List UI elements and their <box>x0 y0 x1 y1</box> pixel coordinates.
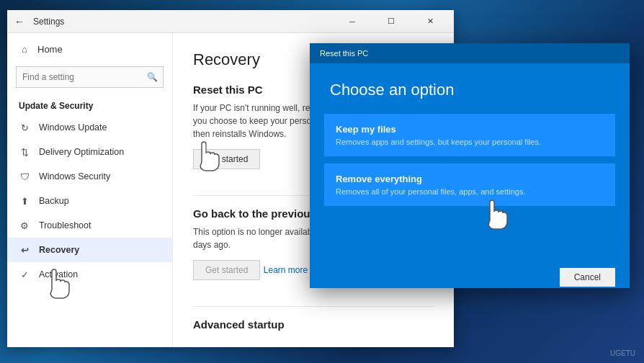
delivery-optimization-icon: ⇅ <box>19 146 30 158</box>
reset-get-started-button[interactable]: Get started <box>193 149 260 169</box>
keep-files-desc: Removes apps and settings, but keeps you… <box>336 138 604 146</box>
sidebar-item-label: Backup <box>39 196 69 206</box>
back-button[interactable]: ← <box>14 16 24 27</box>
title-bar: ← Settings ─ ☐ ✕ <box>7 10 454 33</box>
sidebar-item-label: Activation <box>39 269 78 279</box>
activation-icon: ✓ <box>19 269 30 280</box>
dialog-cancel-button[interactable]: Cancel <box>560 268 615 287</box>
close-button[interactable]: ✕ <box>413 10 447 33</box>
dialog-header: Reset this PC <box>310 43 630 63</box>
sidebar: ⌂ Home 🔍 Update & Security ↻ Windows Upd… <box>7 33 173 347</box>
dialog-main-title: Choose an option <box>310 63 630 114</box>
goback-get-started-button[interactable]: Get started <box>193 260 260 280</box>
windows-security-icon: 🛡 <box>19 171 30 182</box>
sidebar-item-label: Windows Update <box>39 122 107 133</box>
home-icon: ⌂ <box>19 43 30 55</box>
cursor-hand-3 <box>475 192 644 238</box>
sidebar-item-recovery[interactable]: ↩ Recovery <box>7 238 172 262</box>
remove-everything-title: Remove everything <box>336 174 604 184</box>
sidebar-search-container: 🔍 <box>16 66 164 88</box>
section-divider-2 <box>193 306 434 307</box>
window-title: Settings <box>33 17 336 27</box>
watermark: UGETU <box>610 349 635 357</box>
sidebar-section-title: Update & Security <box>7 95 172 115</box>
windows-update-icon: ↻ <box>19 122 30 133</box>
sidebar-item-delivery-optimization[interactable]: ⇅ Delivery Optimization <box>7 140 172 164</box>
home-label: Home <box>37 44 63 55</box>
minimize-button[interactable]: ─ <box>336 10 369 33</box>
keep-files-title: Keep my files <box>336 124 604 135</box>
sidebar-item-troubleshoot[interactable]: ⚙ Troubleshoot <box>7 213 172 238</box>
advanced-section-title: Advanced startup <box>193 318 434 331</box>
sidebar-item-label: Troubleshoot <box>39 220 91 230</box>
sidebar-item-activation[interactable]: ✓ Activation <box>7 262 172 287</box>
backup-icon: ⬆ <box>19 195 30 207</box>
sidebar-item-windows-security[interactable]: 🛡 Windows Security <box>7 164 172 189</box>
reset-dialog: Reset this PC Choose an option Keep my f… <box>310 43 630 288</box>
sidebar-item-label: Windows Security <box>39 171 110 182</box>
learn-more-link[interactable]: Learn more <box>264 265 308 275</box>
keep-files-option[interactable]: Keep my files Removes apps and settings,… <box>324 114 615 156</box>
dialog-footer: Cancel <box>310 259 630 295</box>
search-input[interactable] <box>16 66 164 88</box>
sidebar-item-label: Recovery <box>39 245 79 255</box>
dialog-header-title: Reset this PC <box>320 49 368 58</box>
window-controls: ─ ☐ ✕ <box>336 10 447 33</box>
sidebar-item-backup[interactable]: ⬆ Backup <box>7 189 172 213</box>
sidebar-item-windows-update[interactable]: ↻ Windows Update <box>7 115 172 140</box>
sidebar-item-label: Delivery Optimization <box>39 147 124 157</box>
recovery-icon: ↩ <box>19 244 30 256</box>
search-icon: 🔍 <box>147 72 158 82</box>
troubleshoot-icon: ⚙ <box>19 220 30 231</box>
maximize-button[interactable]: ☐ <box>375 10 408 33</box>
sidebar-home[interactable]: ⌂ Home <box>7 36 172 62</box>
